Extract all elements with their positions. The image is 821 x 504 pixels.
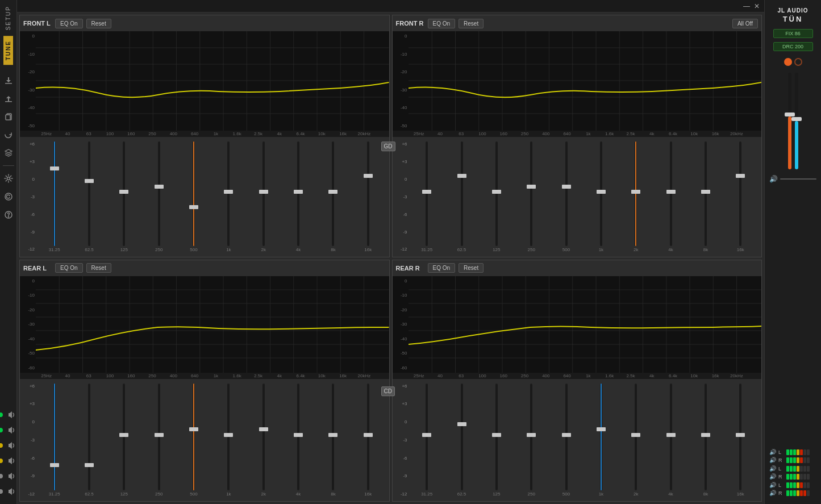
rear-r-reset[interactable]: Reset — [459, 263, 484, 273]
ch-speaker-5[interactable] — [5, 469, 18, 483]
fader-rr-2-thumb[interactable] — [457, 422, 466, 426]
fader-rr-7-thumb[interactable] — [631, 433, 640, 437]
fader-fl-10-thumb[interactable] — [364, 174, 373, 178]
rear-l-reset[interactable]: Reset — [86, 263, 111, 273]
fader-fl-4-thumb[interactable] — [155, 185, 164, 189]
link-rear-area: CD — [379, 386, 397, 396]
ch-indicator-2 — [0, 423, 18, 437]
fader-fl-6-thumb[interactable] — [224, 190, 233, 194]
vu-speaker-rl[interactable]: 🔊 — [769, 465, 776, 472]
ch-speaker-4[interactable] — [5, 454, 18, 468]
vu-bars-sr — [786, 490, 810, 496]
front-l-reset[interactable]: Reset — [86, 19, 111, 28]
fader-fr-6-thumb[interactable] — [597, 190, 606, 194]
minimize-button[interactable]: — — [742, 2, 751, 11]
sidebar-icon-copy[interactable] — [2, 110, 15, 123]
fader-rr-3-thumb[interactable] — [492, 433, 501, 437]
fader-fr-3-thumb[interactable] — [492, 190, 501, 194]
ch-speaker-1[interactable] — [5, 408, 18, 422]
front-l-eq-on[interactable]: EQ On — [55, 19, 83, 28]
fader-fl-9: 8k — [324, 141, 341, 252]
rear-l-faders-row: 31.25 62.5 125 — [36, 381, 387, 499]
indicator-2[interactable] — [794, 58, 802, 66]
vu-rear-r: 🔊 R — [769, 473, 816, 480]
ch-dot-1 — [0, 413, 3, 417]
preset-fix86[interactable]: FIX 86 — [773, 29, 813, 38]
fader-fl-3: 125 — [115, 141, 132, 252]
vu-speaker-sr[interactable]: 🔊 — [769, 490, 776, 496]
front-l-label: FRONT L — [23, 20, 52, 27]
indicator-1[interactable] — [784, 58, 792, 66]
ch-indicator-5 — [0, 469, 18, 483]
fader-fl-2-thumb[interactable] — [85, 179, 94, 183]
vu-speaker-fl[interactable]: 🔊 — [769, 449, 776, 455]
sidebar-icon-refresh[interactable] — [2, 128, 15, 141]
fader-rl-1-thumb[interactable] — [50, 463, 59, 467]
fader-fr-9-thumb[interactable] — [701, 190, 710, 194]
fader-rl-2-thumb[interactable] — [85, 463, 94, 467]
volume-icon[interactable]: 🔊 — [769, 175, 778, 183]
fader-fr-2-thumb[interactable] — [457, 174, 466, 178]
fader-rl-7-thumb[interactable] — [259, 427, 268, 431]
all-off-button[interactable]: All Off — [732, 19, 758, 28]
preset-drc200[interactable]: DRC 200 — [773, 42, 813, 51]
fader-rl-10-thumb[interactable] — [364, 433, 373, 437]
fader-rl-4-thumb[interactable] — [155, 433, 164, 437]
fader-fl-7-thumb[interactable] — [259, 190, 268, 194]
fader-fl-3-thumb[interactable] — [119, 190, 128, 194]
fader-rl-3-thumb[interactable] — [119, 433, 128, 437]
fader-rr-9-thumb[interactable] — [701, 433, 710, 437]
link-front-button[interactable]: GD — [381, 141, 395, 151]
fader-fr-5-thumb[interactable] — [562, 185, 571, 189]
sidebar-icon-help[interactable] — [2, 208, 15, 222]
vu-speaker-sl[interactable]: 🔊 — [769, 482, 776, 488]
ch-speaker-6[interactable] — [5, 485, 18, 498]
fader-fr-4-thumb[interactable] — [527, 185, 536, 189]
ch-speaker-2[interactable] — [5, 423, 18, 437]
fader-rl-5-thumb[interactable] — [189, 427, 198, 431]
sidebar-icon-download[interactable] — [2, 73, 15, 87]
fader-fl-9-thumb[interactable] — [328, 190, 337, 194]
panel-rear-l: REAR L EQ On Reset 0 -10 -20 -30 -40 -50… — [19, 260, 390, 502]
fader-fl-8-thumb[interactable] — [294, 190, 303, 194]
sidebar-icon-settings[interactable] — [2, 172, 15, 185]
fader-fr-7-thumb[interactable] — [631, 190, 640, 194]
fader-rr-8-thumb[interactable] — [666, 433, 676, 437]
front-r-reset[interactable]: Reset — [459, 19, 484, 28]
fader-fr-2: 62.5 — [453, 141, 470, 252]
fader-rr-4: 250 — [523, 384, 540, 497]
ch-speaker-3[interactable] — [5, 439, 18, 452]
rear-r-eq-on[interactable]: EQ On — [428, 263, 456, 273]
link-rear-button[interactable]: CD — [381, 386, 395, 396]
fader-fr-10-thumb[interactable] — [736, 174, 745, 178]
front-r-eq-on[interactable]: EQ On — [428, 19, 456, 28]
vu-speaker-rr[interactable]: 🔊 — [769, 473, 776, 480]
rear-l-eq-on[interactable]: EQ On — [55, 263, 83, 273]
vu-speaker-fr[interactable]: 🔊 — [769, 457, 776, 463]
fader-rr-1-thumb[interactable] — [422, 433, 431, 437]
close-button[interactable]: ✕ — [752, 2, 761, 11]
sidebar-icon-copyright[interactable] — [2, 190, 15, 203]
fader-fl-1-thumb[interactable] — [50, 166, 59, 170]
master-balance-thumb[interactable] — [791, 117, 802, 121]
fader-rr-10-thumb[interactable] — [736, 433, 745, 437]
fader-rr-4-thumb[interactable] — [527, 433, 536, 437]
sidebar-icon-layers[interactable] — [2, 146, 15, 160]
fader-rl-8-thumb[interactable] — [294, 433, 303, 437]
fader-fr-1-thumb[interactable] — [422, 190, 431, 194]
master-gain-thumb[interactable] — [785, 113, 795, 116]
fader-rr-2: 62.5 — [453, 384, 470, 497]
fader-fr-8-thumb[interactable] — [666, 190, 676, 194]
title-bar: — ✕ — [17, 0, 764, 13]
fader-rl-9-thumb[interactable] — [328, 433, 337, 437]
sidebar-icon-upload[interactable] — [2, 91, 15, 105]
fader-fl-5-thumb[interactable] — [189, 205, 198, 209]
fader-rr-5-thumb[interactable] — [562, 433, 571, 437]
fader-rl-2: 62.5 — [81, 384, 98, 497]
fader-fl-7: 2k — [255, 141, 272, 252]
tune-tab[interactable]: TUNE — [3, 36, 13, 65]
fader-rr-3: 125 — [488, 384, 505, 497]
rear-l-freq-labels: 25Hz 40 63 100 160 250 400 640 1k 1.6k 2… — [20, 373, 389, 379]
fader-rl-6-thumb[interactable] — [224, 433, 233, 437]
fader-rr-6-thumb[interactable] — [597, 427, 606, 431]
